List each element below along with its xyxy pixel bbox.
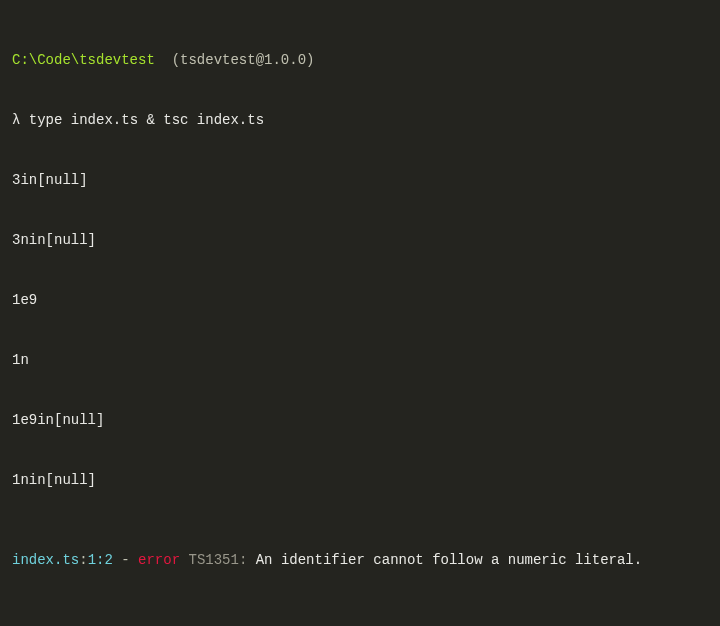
terminal[interactable]: C:\Code\tsdevtest (tsdevtest@1.0.0) λ ty…	[0, 0, 720, 626]
type-output-line: 1e9in[null]	[12, 410, 708, 430]
command-line: λ type index.ts & tsc index.ts	[12, 110, 708, 130]
cwd-path: C:\Code\tsdevtest	[12, 52, 155, 68]
prompt-symbol: λ	[12, 112, 20, 128]
command-text: type index.ts & tsc index.ts	[29, 112, 264, 128]
error-label: error	[138, 552, 180, 568]
error-message: An identifier cannot follow a numeric li…	[256, 552, 642, 568]
error-header: index.ts:1:2 - error TS1351: An identifi…	[12, 550, 708, 570]
type-output-line: 1nin[null]	[12, 470, 708, 490]
error-code: TS1351:	[188, 552, 247, 568]
type-output-line: 1n	[12, 350, 708, 370]
prompt-header: C:\Code\tsdevtest (tsdevtest@1.0.0)	[12, 50, 708, 70]
package-id: (tsdevtest@1.0.0)	[172, 52, 315, 68]
type-output-line: 3nin[null]	[12, 230, 708, 250]
error-file: index.ts	[12, 552, 79, 568]
error-location: 1:2	[88, 552, 113, 568]
type-output-line: 3in[null]	[12, 170, 708, 190]
type-output-line: 1e9	[12, 290, 708, 310]
blank-line	[12, 610, 708, 626]
